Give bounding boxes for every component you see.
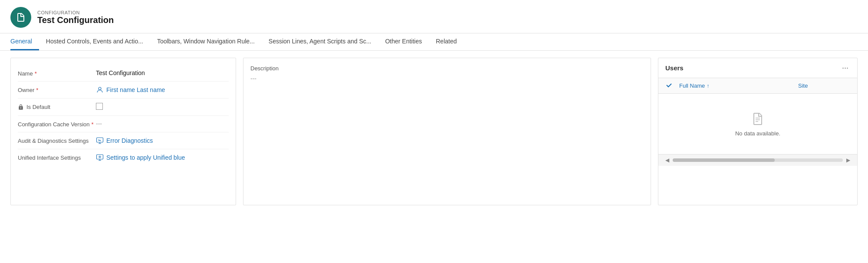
scroll-thumb — [673, 158, 775, 162]
tab-toolbars[interactable]: Toolbars, Window Navigation Rule... — [150, 33, 262, 50]
sort-asc-icon: ↑ — [707, 83, 709, 89]
owner-value: First name Last name — [106, 86, 165, 93]
svg-point-0 — [99, 87, 101, 90]
tab-bar: General Hosted Controls, Events and Acti… — [0, 33, 868, 51]
is-default-checkbox[interactable] — [96, 103, 229, 111]
description-label: Description — [250, 65, 644, 72]
is-default-field-row: Is Default — [18, 99, 229, 116]
scroll-right-arrow[interactable]: ▶ — [846, 157, 850, 163]
tab-general[interactable]: General — [10, 33, 39, 50]
owner-field-row: Owner* First name Last name — [18, 82, 229, 99]
select-all-check[interactable] — [665, 82, 679, 90]
main-content: Name* Test Configuration Owner* First na… — [0, 51, 868, 212]
is-default-label: Is Default — [18, 103, 96, 110]
config-title: Test Configuration — [37, 15, 114, 25]
page-header: CONFIGURATION Test Configuration — [0, 0, 868, 33]
unified-settings-icon — [96, 154, 104, 161]
tab-session-lines[interactable]: Session Lines, Agent Scripts and Sc... — [262, 33, 378, 50]
svg-rect-2 — [97, 155, 103, 159]
audit-field-row: Audit & Diagnostics Settings Error Diagn… — [18, 132, 229, 149]
unified-link-text: Settings to apply Unified blue — [106, 154, 185, 161]
cache-label: Configuration Cache Version* — [18, 120, 96, 128]
audit-label: Audit & Diagnostics Settings — [18, 137, 96, 144]
checkbox[interactable] — [96, 103, 103, 110]
name-label: Name* — [18, 69, 96, 77]
owner-required-indicator: * — [36, 87, 38, 93]
name-required-indicator: * — [35, 70, 37, 77]
scroll-left-arrow[interactable]: ◀ — [665, 157, 669, 163]
cache-field-row: Configuration Cache Version* --- — [18, 116, 229, 132]
scroll-track[interactable] — [673, 158, 843, 162]
full-name-col-header[interactable]: Full Name ↑ — [679, 82, 798, 89]
audit-link[interactable]: Error Diagnostics — [96, 137, 229, 145]
site-col-header[interactable]: Site — [798, 82, 850, 89]
audit-link-text: Error Diagnostics — [106, 137, 153, 144]
users-panel-header: Users ··· — [658, 58, 857, 78]
scrollbar-row: ◀ ▶ — [658, 154, 857, 166]
tab-hosted-controls[interactable]: Hosted Controls, Events and Actio... — [39, 33, 150, 50]
cache-required-indicator: * — [92, 121, 94, 128]
more-options-button[interactable]: ··· — [840, 63, 850, 72]
no-data-icon — [750, 111, 766, 127]
users-panel-title: Users — [665, 64, 684, 72]
description-value: --- — [250, 75, 644, 82]
config-icon — [10, 7, 31, 28]
unified-label: Unified Interface Settings — [18, 154, 96, 161]
checkmark-icon — [665, 82, 672, 89]
config-label: CONFIGURATION — [37, 10, 114, 15]
no-data-text: No data available. — [735, 130, 780, 137]
svg-point-3 — [99, 156, 101, 158]
tab-other-entities[interactable]: Other Entities — [378, 33, 429, 50]
unified-field-row: Unified Interface Settings Settings to a… — [18, 149, 229, 166]
owner-link[interactable]: First name Last name — [96, 86, 229, 94]
header-text: CONFIGURATION Test Configuration — [37, 10, 114, 25]
tab-related[interactable]: Related — [429, 33, 464, 50]
person-icon — [96, 86, 104, 94]
no-data-placeholder: No data available. — [658, 94, 857, 154]
lock-icon — [18, 104, 24, 110]
owner-label: Owner* — [18, 86, 96, 93]
name-field-row: Name* Test Configuration — [18, 65, 229, 82]
description-panel: Description --- — [243, 58, 651, 205]
unified-link[interactable]: Settings to apply Unified blue — [96, 154, 229, 161]
diagnostics-icon — [96, 137, 104, 145]
name-value: Test Configuration — [96, 69, 229, 76]
users-panel: Users ··· Full Name ↑ Site — [658, 58, 858, 205]
form-panel: Name* Test Configuration Owner* First na… — [10, 58, 236, 205]
cache-value: --- — [96, 120, 229, 127]
users-table-header: Full Name ↑ Site — [658, 78, 857, 94]
